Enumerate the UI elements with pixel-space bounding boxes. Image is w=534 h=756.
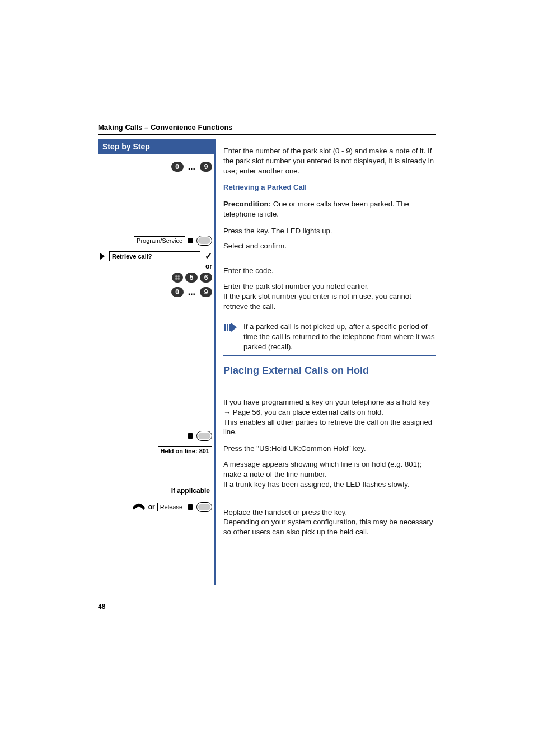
led-icon (188, 238, 193, 243)
code-keys: 5 6 (172, 273, 212, 283)
key-button-icon-b (196, 431, 212, 441)
if-applicable-label: If applicable (98, 487, 212, 495)
retrieving-heading: Retrieving a Parked Call (223, 182, 436, 192)
retrieve-call-menu: Retrieve call? ✓ (100, 251, 212, 261)
retrieve-call-label: Retrieve call? (112, 253, 152, 260)
select-confirm-text: Select and confirm. (223, 241, 436, 251)
led-icon-b (188, 433, 193, 439)
held-line-display: Held on line: 801 (158, 446, 212, 456)
checkmark-icon: ✓ (205, 251, 212, 261)
held-line-label: Held on line: 801 (161, 448, 209, 454)
info-note-box: If a parked call is not picked up, after… (223, 318, 436, 355)
key-9-icon: 9 (200, 162, 212, 172)
keypad-range-0-9-b: 0 ... 9 (171, 287, 212, 297)
park-slot-note: Enter the number of the park slot (0 - 9… (223, 146, 436, 176)
info-note-text: If a parked call is not picked up, after… (243, 322, 436, 351)
park-slot-text: Enter the park slot number you noted ear… (223, 281, 436, 311)
key-button-icon-c (196, 502, 212, 512)
page-number: 48 (98, 603, 105, 611)
left-column: Step by Step 0 ... 9 Program/Service (98, 139, 216, 585)
hold-key (188, 431, 212, 441)
svg-rect-4 (224, 324, 226, 331)
key-5-icon: 5 (185, 273, 198, 283)
press-hold-text: Press the "US:Hold UK:Common Hold" key. (223, 444, 436, 454)
step-by-step-bar: Step by Step (98, 139, 216, 154)
keypad-range-0-9: 0 ... 9 (171, 162, 212, 172)
ellipsis-icon-b: ... (186, 287, 198, 297)
or-label-2: or (148, 503, 155, 511)
enter-code-text: Enter the code. (223, 266, 436, 276)
page-56-link[interactable]: → Page 56 (223, 408, 260, 416)
svg-rect-6 (229, 324, 231, 331)
release-row: or Release (132, 501, 212, 513)
release-label: Release (157, 503, 185, 511)
ellipsis-icon: ... (186, 162, 198, 172)
precondition-text: Precondition: One or more calls have bee… (223, 199, 436, 219)
key-9-icon-b: 9 (200, 287, 212, 297)
or-label-1: or (205, 262, 212, 270)
program-service-key: Program/Service (134, 236, 212, 246)
menu-arrow-icon (100, 253, 105, 260)
key-button-icon (196, 236, 212, 246)
section-header: Making Calls – Convenience Functions (98, 123, 436, 135)
hold-intro-text: If you have programmed a key on your tel… (223, 387, 436, 437)
hash-key-icon (172, 273, 183, 283)
press-led-text: Press the key. The LED lights up. (223, 226, 436, 236)
message-appears-text: A message appears showing which line is … (223, 459, 436, 489)
handset-icon (132, 501, 146, 513)
program-service-label: Program/Service (134, 236, 185, 245)
led-icon-c (188, 504, 193, 510)
replace-handset-text: Replace the handset or press the key. De… (223, 508, 436, 537)
key-6-icon: 6 (200, 273, 212, 283)
placing-hold-heading: Placing External Calls on Hold (223, 364, 436, 377)
right-column: Enter the number of the park slot (0 - 9… (216, 139, 436, 544)
key-0-icon-b: 0 (171, 287, 184, 297)
key-0-icon: 0 (171, 162, 184, 172)
svg-marker-7 (231, 323, 237, 332)
info-arrow-icon (223, 322, 238, 351)
svg-rect-5 (227, 324, 228, 331)
